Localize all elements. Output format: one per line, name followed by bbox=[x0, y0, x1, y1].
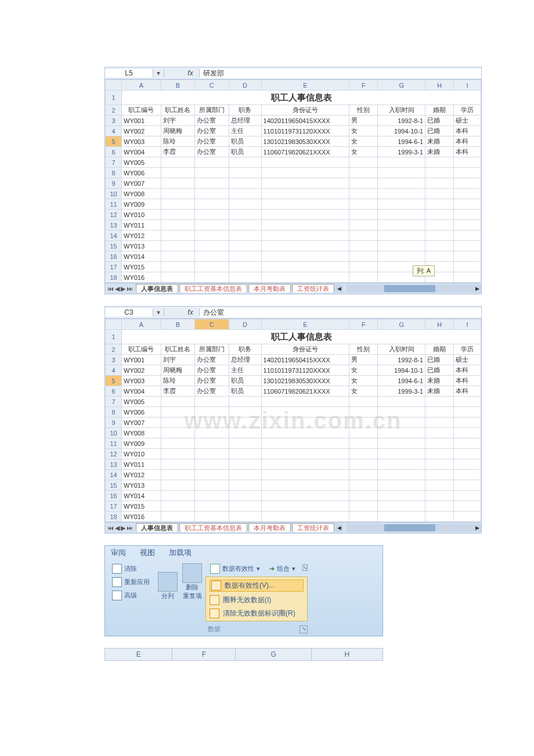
cell[interactable]: 办公室 bbox=[195, 376, 229, 386]
select-all-corner[interactable] bbox=[106, 80, 122, 91]
cell[interactable]: 1999-3-1 bbox=[378, 147, 425, 157]
cell[interactable] bbox=[261, 417, 349, 428]
cell[interactable] bbox=[454, 220, 481, 231]
cell[interactable] bbox=[454, 157, 481, 168]
cell[interactable]: WY008 bbox=[122, 189, 161, 199]
cell[interactable] bbox=[349, 272, 378, 283]
tab-prev-icon[interactable]: ◀ bbox=[115, 285, 120, 293]
header-cell[interactable]: 学历 bbox=[454, 344, 481, 355]
ribbon-tab-review[interactable]: 审阅 bbox=[111, 548, 126, 558]
cell[interactable] bbox=[378, 241, 425, 251]
row-header[interactable]: 4 bbox=[106, 126, 122, 136]
cell[interactable] bbox=[195, 251, 229, 262]
cell[interactable] bbox=[454, 189, 481, 199]
cell[interactable] bbox=[195, 470, 229, 480]
worksheet-grid[interactable]: ABCDEFGHI1职工人事信息表2职工编号职工姓名所属部门职务身份证号性别入职… bbox=[105, 80, 481, 283]
row-header[interactable]: 2 bbox=[106, 105, 122, 116]
header-cell[interactable]: 职工编号 bbox=[122, 344, 161, 355]
cell[interactable] bbox=[195, 459, 229, 470]
cell[interactable] bbox=[378, 480, 425, 491]
cell[interactable] bbox=[454, 470, 481, 480]
cell[interactable]: 女 bbox=[349, 126, 378, 136]
cell[interactable] bbox=[229, 512, 261, 522]
cell[interactable] bbox=[425, 241, 454, 251]
cell[interactable]: 职员 bbox=[229, 376, 261, 386]
formula-input[interactable]: 办公室 bbox=[200, 308, 481, 318]
cell[interactable]: WY012 bbox=[122, 231, 161, 241]
cell[interactable]: WY005 bbox=[122, 397, 161, 407]
cell[interactable] bbox=[425, 438, 454, 449]
namebox-dropdown-icon[interactable]: ▾ bbox=[153, 69, 164, 77]
column-header-f[interactable]: F bbox=[172, 649, 236, 661]
column-header-e[interactable]: E bbox=[261, 319, 349, 330]
cell[interactable]: 未婚 bbox=[425, 136, 454, 147]
cell[interactable] bbox=[161, 168, 194, 178]
cell[interactable] bbox=[425, 178, 454, 189]
tab-nav-buttons[interactable]: ⏮ ◀ ▶ ⏭ bbox=[105, 285, 135, 293]
group-button[interactable]: ➔ 组合▾ bbox=[267, 563, 298, 574]
cell[interactable] bbox=[378, 512, 425, 522]
cell[interactable] bbox=[349, 178, 378, 189]
cell[interactable]: 已婚 bbox=[425, 365, 454, 376]
cell[interactable] bbox=[261, 491, 349, 501]
cell[interactable] bbox=[378, 407, 425, 417]
cell[interactable]: 11060719820621XXXX bbox=[261, 147, 349, 157]
row-header[interactable]: 15 bbox=[106, 480, 122, 491]
cell[interactable] bbox=[454, 428, 481, 438]
cell[interactable] bbox=[161, 428, 194, 438]
cell[interactable] bbox=[425, 189, 454, 199]
cell[interactable] bbox=[454, 178, 481, 189]
cell[interactable]: WY013 bbox=[122, 480, 161, 491]
cell[interactable]: 陈玲 bbox=[161, 136, 194, 147]
cell[interactable] bbox=[261, 459, 349, 470]
cell[interactable] bbox=[229, 168, 261, 178]
column-header-g[interactable]: G bbox=[378, 319, 425, 330]
cell[interactable] bbox=[161, 417, 194, 428]
cell[interactable] bbox=[454, 407, 481, 417]
column-header-f[interactable]: F bbox=[349, 80, 378, 91]
cell[interactable]: WY016 bbox=[122, 512, 161, 522]
cell[interactable]: 女 bbox=[349, 386, 378, 397]
cell[interactable] bbox=[195, 501, 229, 512]
cell[interactable]: WY013 bbox=[122, 241, 161, 251]
row-header[interactable]: 16 bbox=[106, 491, 122, 501]
cell[interactable] bbox=[161, 491, 194, 501]
cell[interactable]: 陈玲 bbox=[161, 376, 194, 386]
cell[interactable] bbox=[454, 449, 481, 459]
cell[interactable] bbox=[349, 168, 378, 178]
cell[interactable] bbox=[349, 220, 378, 231]
cell[interactable]: WY001 bbox=[122, 116, 161, 126]
cell[interactable] bbox=[261, 272, 349, 283]
cell[interactable]: 李霞 bbox=[161, 386, 194, 397]
cell[interactable] bbox=[229, 501, 261, 512]
cell[interactable] bbox=[378, 157, 425, 168]
column-header-i[interactable]: I bbox=[454, 319, 481, 330]
cell[interactable]: 女 bbox=[349, 136, 378, 147]
cell[interactable]: 本科 bbox=[454, 126, 481, 136]
cell[interactable] bbox=[349, 417, 378, 428]
ribbon-tab-addins[interactable]: 加载项 bbox=[169, 548, 192, 558]
cell[interactable] bbox=[454, 241, 481, 251]
cell[interactable] bbox=[349, 449, 378, 459]
cell[interactable] bbox=[195, 168, 229, 178]
cell[interactable] bbox=[161, 178, 194, 189]
cell[interactable]: 未婚 bbox=[425, 376, 454, 386]
cell[interactable]: 职员 bbox=[229, 386, 261, 397]
dialog-launcher-icon[interactable]: ↘ bbox=[302, 564, 308, 571]
cell[interactable] bbox=[349, 231, 378, 241]
header-cell[interactable]: 性别 bbox=[349, 344, 378, 355]
header-cell[interactable]: 身份证号 bbox=[261, 344, 349, 355]
cell[interactable]: WY015 bbox=[122, 262, 161, 272]
cell[interactable] bbox=[261, 428, 349, 438]
sheet-tab[interactable]: 本月考勤表 bbox=[248, 523, 291, 532]
cell[interactable] bbox=[425, 449, 454, 459]
cell[interactable] bbox=[454, 231, 481, 241]
cell[interactable] bbox=[349, 210, 378, 220]
scroll-right-icon[interactable]: ▶ bbox=[473, 285, 481, 293]
cell[interactable] bbox=[425, 397, 454, 407]
cell[interactable] bbox=[454, 438, 481, 449]
cell[interactable] bbox=[195, 417, 229, 428]
cell[interactable]: 1994-10-1 bbox=[378, 126, 425, 136]
header-cell[interactable]: 所属部门 bbox=[195, 105, 229, 116]
cell[interactable] bbox=[349, 438, 378, 449]
